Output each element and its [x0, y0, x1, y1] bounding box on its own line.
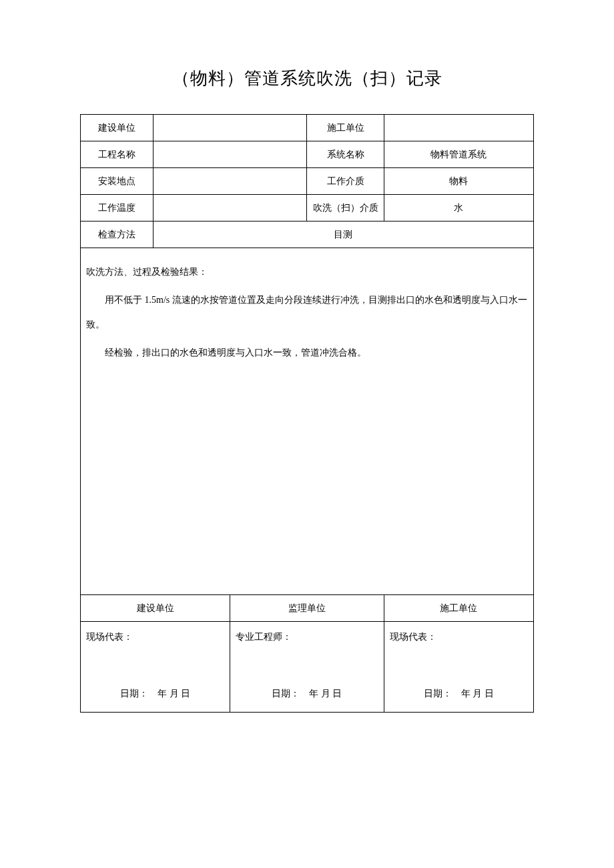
info-row-1: 建设单位 施工单位 [81, 115, 534, 141]
date-line-builder: 日期： 年 月 日 [384, 688, 533, 700]
date-line-construction: 日期： 年 月 日 [81, 688, 230, 700]
record-table: 建设单位 施工单位 工程名称 系统名称 物料管道系统 安装地点 工作介质 物料 … [80, 114, 534, 713]
label-flush-medium: 吹洗（扫）介质 [307, 195, 384, 222]
footer-header-construction: 建设单位 [81, 595, 230, 622]
sign-cell-supervision: 专业工程师： 日期： 年 月 日 [230, 622, 384, 713]
value-system-name: 物料管道系统 [384, 141, 533, 168]
info-row-3: 安装地点 工作介质 物料 [81, 168, 534, 195]
label-system-name: 系统名称 [307, 141, 384, 168]
sign-label-supervision: 专业工程师： [236, 631, 292, 643]
info-row-5: 检查方法 目测 [81, 222, 534, 248]
footer-header-row: 建设单位 监理单位 施工单位 [81, 595, 534, 622]
label-work-medium: 工作介质 [307, 168, 384, 195]
value-work-medium: 物料 [384, 168, 533, 195]
label-work-temperature: 工作温度 [81, 195, 154, 222]
sign-cell-builder: 现场代表： 日期： 年 月 日 [384, 622, 533, 713]
sign-label-builder: 现场代表： [390, 631, 436, 643]
label-construction-unit: 建设单位 [81, 115, 154, 141]
method-heading: 吹洗方法、过程及检验结果： [86, 260, 528, 284]
method-body-1: 用不低于 1.5m/s 流速的水按管道位置及走向分段连续进行冲洗，目测排出口的水… [86, 288, 528, 337]
sign-label-construction: 现场代表： [86, 631, 133, 643]
label-builder-unit: 施工单位 [307, 115, 384, 141]
value-inspection-method: 目测 [153, 222, 533, 248]
date-line-supervision: 日期： 年 月 日 [230, 688, 384, 700]
footer-header-builder: 施工单位 [384, 595, 533, 622]
value-work-temperature [153, 195, 307, 222]
value-builder-unit [384, 115, 533, 141]
value-flush-medium: 水 [384, 195, 533, 222]
footer-sign-row: 现场代表： 日期： 年 月 日 专业工程师： 日期： 年 月 日 现场代表： 日… [81, 622, 534, 713]
footer-header-supervision: 监理单位 [230, 595, 384, 622]
method-section: 吹洗方法、过程及检验结果： 用不低于 1.5m/s 流速的水按管道位置及走向分段… [81, 248, 534, 595]
value-construction-unit [153, 115, 307, 141]
value-install-location [153, 168, 307, 195]
sign-cell-construction: 现场代表： 日期： 年 月 日 [81, 622, 230, 713]
label-install-location: 安装地点 [81, 168, 154, 195]
info-row-4: 工作温度 吹洗（扫）介质 水 [81, 195, 534, 222]
label-inspection-method: 检查方法 [81, 222, 154, 248]
info-row-2: 工程名称 系统名称 物料管道系统 [81, 141, 534, 168]
method-row: 吹洗方法、过程及检验结果： 用不低于 1.5m/s 流速的水按管道位置及走向分段… [81, 248, 534, 595]
page-title: （物料）管道系统吹洗（扫）记录 [80, 67, 534, 90]
label-project-name: 工程名称 [81, 141, 154, 168]
value-project-name [153, 141, 307, 168]
method-body-2: 经检验，排出口的水色和透明度与入口水一致，管道冲洗合格。 [86, 341, 528, 365]
